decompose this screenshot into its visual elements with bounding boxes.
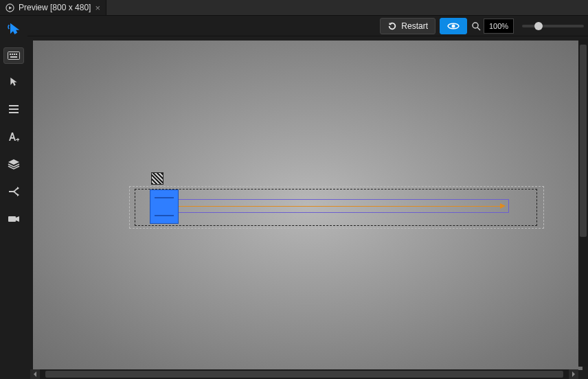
tab-title: Preview [800 x 480]	[19, 3, 91, 12]
svg-rect-4	[14, 54, 15, 55]
restart-button[interactable]: Restart	[380, 18, 436, 34]
motion-arrow-head	[500, 203, 506, 209]
svg-rect-11	[8, 216, 16, 222]
anchor-handle[interactable]	[151, 172, 163, 185]
horizontal-scrollbar[interactable]	[30, 369, 578, 379]
preview-toolbar: Restart 100%	[27, 16, 588, 36]
grid-tool[interactable]	[4, 100, 23, 119]
layers-tool[interactable]	[4, 154, 23, 174]
canvas-viewport	[27, 36, 588, 379]
close-icon[interactable]: ×	[95, 3, 100, 13]
zoom-field: 100%	[471, 19, 514, 34]
motion-arrow	[160, 206, 502, 207]
svg-rect-8	[9, 108, 19, 110]
tab-bar: Preview [800 x 480] ×	[0, 0, 588, 16]
svg-rect-3	[12, 54, 13, 55]
vertical-scrollbar[interactable]	[578, 39, 588, 367]
restart-label: Restart	[401, 21, 428, 31]
arrow-tool[interactable]	[4, 72, 23, 91]
branch-tool[interactable]	[4, 182, 23, 201]
svg-rect-7	[9, 105, 19, 106]
svg-rect-9	[9, 112, 19, 113]
zoom-value[interactable]: 100%	[484, 19, 514, 34]
horizontal-scroll-thumb[interactable]	[45, 371, 563, 378]
svg-point-12	[452, 24, 455, 27]
eye-icon	[447, 22, 460, 30]
touch-tool[interactable]	[4, 20, 23, 39]
preview-canvas[interactable]	[33, 41, 583, 370]
magnifier-icon	[471, 21, 481, 31]
zoom-slider[interactable]	[522, 25, 584, 27]
zoom-slider-knob[interactable]	[534, 22, 543, 30]
horizontal-scroll-track[interactable]	[40, 371, 569, 378]
camera-tool[interactable]	[4, 209, 23, 229]
scroll-right-icon[interactable]	[569, 369, 578, 379]
play-circle-icon	[5, 3, 14, 12]
keyboard-button[interactable]	[3, 47, 24, 64]
visibility-button[interactable]	[440, 18, 467, 34]
scroll-left-icon[interactable]	[30, 369, 40, 379]
svg-point-13	[473, 23, 478, 28]
vertical-scroll-thumb[interactable]	[580, 45, 587, 237]
svg-rect-2	[10, 54, 11, 55]
svg-rect-5	[16, 54, 17, 55]
svg-rect-6	[10, 56, 17, 58]
tool-strip	[0, 16, 27, 379]
restart-icon	[387, 21, 397, 31]
text-tool[interactable]	[4, 127, 23, 146]
preview-tab[interactable]: Preview [800 x 480] ×	[0, 0, 106, 15]
slider-thumb[interactable]	[150, 190, 179, 224]
svg-rect-1	[8, 52, 20, 60]
